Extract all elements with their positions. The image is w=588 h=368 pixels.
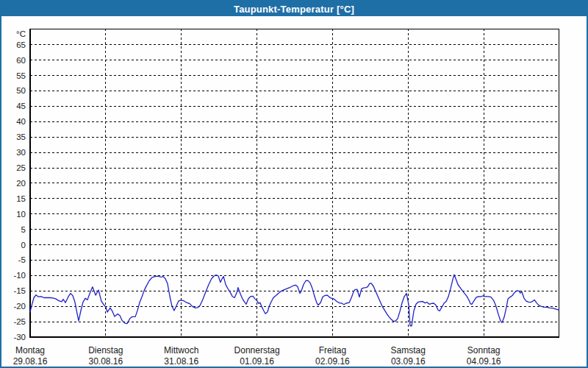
y-axis-tick-label: 65 — [16, 40, 26, 49]
x-axis-date-label: 30.08.16 — [88, 356, 123, 367]
app-window: Taupunkt-Temperatur [°C] 656055504540353… — [0, 0, 588, 368]
y-axis-unit-label: °C — [16, 29, 26, 38]
y-axis-tick-label: -5 — [18, 255, 26, 264]
x-axis-day-label: Mittwoch — [164, 345, 198, 355]
x-axis-date-label: 31.08.16 — [164, 356, 198, 367]
dewpoint-temperature-chart: 65605550454035302520151050-5-10-15-20-25… — [1, 16, 587, 367]
temperature-line — [30, 275, 559, 326]
x-axis-day-label: Dienstag — [88, 345, 123, 355]
x-axis-day-label: Sonntag — [467, 345, 501, 355]
y-axis-tick-label: 60 — [16, 56, 26, 65]
x-axis-day-label: Donnerstag — [234, 345, 280, 355]
y-axis-tick-label: 10 — [16, 210, 26, 219]
y-axis-tick-label: 15 — [16, 194, 26, 203]
y-axis-tick-label: 50 — [16, 86, 26, 95]
x-axis-date-label: 01.09.16 — [240, 356, 274, 367]
x-axis-day-label: Montag — [15, 345, 45, 355]
x-axis-date-label: 03.09.16 — [391, 356, 426, 367]
y-axis-tick-label: 30 — [16, 148, 26, 157]
y-axis-tick-label: -20 — [13, 302, 26, 311]
x-axis-day-label: Freitag — [319, 345, 346, 355]
x-axis-day-label: Samstag — [391, 345, 426, 355]
y-axis-tick-label: -25 — [13, 317, 26, 326]
y-axis-tick-label: -30 — [13, 333, 26, 342]
window-title: Taupunkt-Temperatur [°C] — [234, 4, 354, 15]
y-axis-tick-label: -10 — [13, 271, 26, 280]
y-axis-tick-label: 5 — [21, 225, 26, 234]
y-axis-tick-label: 35 — [16, 132, 26, 141]
y-axis-tick-label: 0 — [21, 241, 26, 250]
y-axis-tick-label: -15 — [13, 286, 26, 295]
x-axis-date-label: 04.09.16 — [467, 356, 501, 367]
chart-container: 65605550454035302520151050-5-10-15-20-25… — [1, 16, 587, 367]
x-axis-date-label: 02.09.16 — [315, 356, 350, 367]
y-axis-tick-label: 40 — [16, 117, 26, 126]
y-axis-tick-label: 45 — [16, 102, 26, 110]
y-axis-tick-label: 25 — [16, 163, 26, 172]
x-axis-date-label: 29.08.16 — [13, 356, 48, 367]
y-axis-tick-label: 20 — [16, 179, 26, 188]
y-axis-tick-label: 55 — [16, 71, 26, 80]
window-titlebar[interactable]: Taupunkt-Temperatur [°C] — [1, 1, 587, 16]
